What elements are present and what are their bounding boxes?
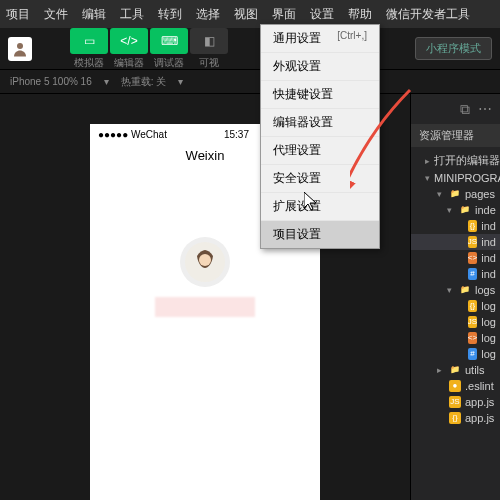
- file-name: app.js: [465, 412, 494, 424]
- shortcut-text: [Ctrl+,]: [337, 30, 367, 41]
- file-icon: {}: [468, 300, 478, 312]
- mode-selector[interactable]: 小程序模式: [415, 37, 492, 60]
- tree-item-8[interactable]: JSlog: [411, 314, 500, 330]
- file-name: log: [481, 300, 496, 312]
- file-icon: {}: [468, 220, 478, 232]
- file-icon: 📁: [449, 364, 461, 376]
- menu-9[interactable]: 帮助: [348, 6, 372, 23]
- file-icon: #: [468, 268, 478, 280]
- tree-item-0[interactable]: ▾📁pages: [411, 186, 500, 202]
- user-avatar[interactable]: [8, 37, 32, 61]
- menu-10[interactable]: 微信开发者工具: [386, 6, 470, 23]
- dropdown-item-7[interactable]: 项目设置: [261, 221, 379, 248]
- menu-0[interactable]: 项目: [6, 6, 30, 23]
- file-icon: #: [468, 348, 478, 360]
- dropdown-item-1[interactable]: 外观设置: [261, 53, 379, 81]
- toolbar-label-3: 可视: [199, 56, 219, 70]
- file-name: inde: [475, 204, 496, 216]
- copy-icon[interactable]: ⧉: [460, 101, 470, 118]
- profile-name-redacted: [155, 297, 255, 317]
- tree-item-6[interactable]: ▾📁logs: [411, 282, 500, 298]
- menu-6[interactable]: 视图: [234, 6, 258, 23]
- device-bar: iPhone 5 100% 16▾ 热重载: 关▾: [0, 70, 500, 94]
- tree-item-14[interactable]: {}app.js: [411, 410, 500, 426]
- project-root[interactable]: ▾MINIPROGRAM: [411, 170, 500, 186]
- toolbar: ▭模拟器</>编辑器⌨调试器◧可视 小程序模式: [0, 28, 500, 70]
- file-name: ind: [481, 236, 496, 248]
- file-icon: 📁: [449, 188, 461, 200]
- tree-item-7[interactable]: {}log: [411, 298, 500, 314]
- file-name: ind: [481, 220, 496, 232]
- avatar-icon: [11, 40, 29, 58]
- file-icon: JS: [449, 396, 461, 408]
- tree-item-11[interactable]: ▸📁utils: [411, 362, 500, 378]
- file-icon: 📁: [459, 284, 471, 296]
- file-name: pages: [465, 188, 495, 200]
- file-icon: <>: [468, 252, 478, 264]
- menu-8[interactable]: 设置: [310, 6, 334, 23]
- toolbar-btn-0[interactable]: ▭: [70, 28, 108, 54]
- file-icon: <>: [468, 332, 478, 344]
- tree-item-5[interactable]: #ind: [411, 266, 500, 282]
- device-select[interactable]: iPhone 5 100% 16: [10, 76, 92, 87]
- toolbar-label-2: 调试器: [154, 56, 184, 70]
- toolbar-btn-2[interactable]: ⌨: [150, 28, 188, 54]
- file-icon: JS: [468, 316, 478, 328]
- explorer-panel: ⧉ ⋯ 资源管理器 ▸打开的编辑器 ▾MINIPROGRAM ▾📁pages▾📁…: [410, 94, 500, 500]
- file-icon: 📁: [459, 204, 471, 216]
- file-icon: {}: [449, 412, 461, 424]
- file-name: logs: [475, 284, 495, 296]
- toolbar-label-1: 编辑器: [114, 56, 144, 70]
- more-icon[interactable]: ⋯: [478, 101, 492, 117]
- toolbar-btn-3[interactable]: ◧: [190, 28, 228, 54]
- menu-3[interactable]: 工具: [120, 6, 144, 23]
- tree-item-13[interactable]: JSapp.js: [411, 394, 500, 410]
- toolbar-label-0: 模拟器: [74, 56, 104, 70]
- dropdown-item-0[interactable]: 通用设置[Ctrl+,]: [261, 25, 379, 53]
- menubar: 项目文件编辑工具转到选择视图界面设置帮助微信开发者工具: [0, 0, 500, 28]
- svg-point-2: [199, 254, 211, 266]
- menu-7[interactable]: 界面: [272, 6, 296, 23]
- menu-4[interactable]: 转到: [158, 6, 182, 23]
- file-name: ind: [481, 252, 496, 264]
- tree-item-12[interactable]: ●.eslint: [411, 378, 500, 394]
- menu-5[interactable]: 选择: [196, 6, 220, 23]
- tree-item-9[interactable]: <>log: [411, 330, 500, 346]
- caret-icon: ▾: [447, 285, 455, 295]
- file-name: log: [481, 348, 496, 360]
- menu-2[interactable]: 编辑: [82, 6, 106, 23]
- caret-icon: ▸: [437, 365, 445, 375]
- caret-icon: ▾: [447, 205, 455, 215]
- carrier-text: ●●●●● WeChat: [98, 129, 167, 140]
- file-name: log: [481, 316, 496, 328]
- cursor-icon: [304, 192, 320, 216]
- tree-item-2[interactable]: {}ind: [411, 218, 500, 234]
- file-icon: ●: [449, 380, 461, 392]
- file-name: log: [481, 332, 496, 344]
- tree-item-4[interactable]: <>ind: [411, 250, 500, 266]
- open-editors-section[interactable]: ▸打开的编辑器: [411, 151, 500, 170]
- svg-point-0: [17, 43, 23, 49]
- time-text: 15:37: [224, 129, 249, 140]
- menu-1[interactable]: 文件: [44, 6, 68, 23]
- file-name: ind: [481, 268, 496, 280]
- tree-item-10[interactable]: #log: [411, 346, 500, 362]
- hot-reload[interactable]: 热重载: 关: [121, 75, 167, 89]
- tree-item-3[interactable]: JSind: [411, 234, 500, 250]
- file-name: utils: [465, 364, 485, 376]
- annotation-arrow: [350, 80, 420, 200]
- caret-icon: ▾: [437, 189, 445, 199]
- tree-item-1[interactable]: ▾📁inde: [411, 202, 500, 218]
- file-icon: JS: [468, 236, 478, 248]
- file-name: app.js: [465, 396, 494, 408]
- profile-avatar: [180, 237, 230, 287]
- panel-title: 资源管理器: [411, 124, 500, 147]
- file-name: .eslint: [465, 380, 494, 392]
- toolbar-btn-1[interactable]: </>: [110, 28, 148, 54]
